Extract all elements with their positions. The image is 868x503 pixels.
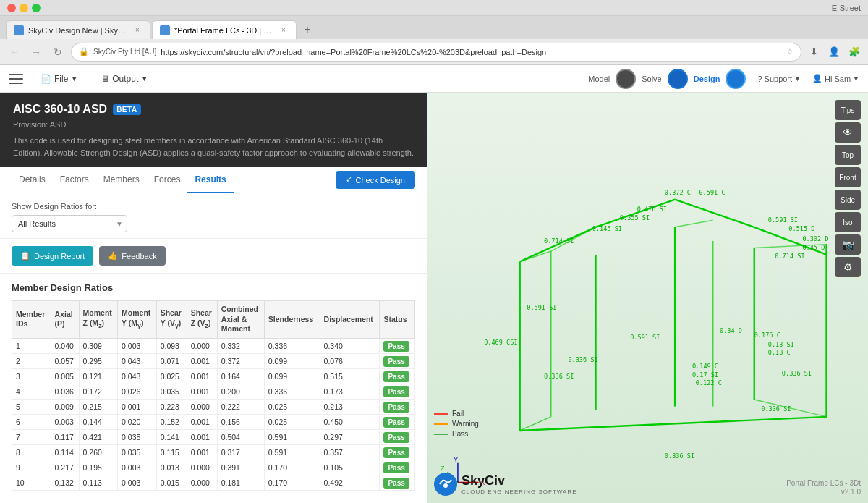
svg-text:0.145 SI: 0.145 SI bbox=[592, 225, 622, 232]
browser-tab-1[interactable]: SkyCiv Design New | SkyCiv C × bbox=[6, 20, 150, 39]
side-view-button[interactable]: Side bbox=[835, 190, 861, 210]
table-row[interactable]: 10 0.132 0.113 0.003 0.015 0.000 0.181 0… bbox=[12, 475, 415, 490]
beta-badge: BETA bbox=[113, 104, 140, 115]
svg-text:0.591 SI: 0.591 SI bbox=[630, 334, 660, 341]
status-badge: Pass bbox=[383, 386, 409, 397]
cell-status: Pass bbox=[380, 444, 415, 460]
support-button[interactable]: ? Support ▼ bbox=[757, 75, 801, 83]
maximize-window-button[interactable] bbox=[32, 4, 41, 12]
cell-member-id: 5 bbox=[12, 399, 51, 414]
user-menu-button[interactable]: 👤 Hi Sam ▼ bbox=[812, 74, 859, 83]
profile-icon[interactable]: 👤 bbox=[826, 44, 842, 60]
tab-close-1[interactable]: × bbox=[132, 25, 142, 35]
cell-shear-z: 0.001 bbox=[187, 444, 217, 460]
output-menu-button[interactable]: 🖥 Output ▼ bbox=[95, 71, 153, 87]
code-title-text: AISC 360-10 ASD bbox=[13, 103, 107, 116]
table-row[interactable]: 2 0.057 0.295 0.043 0.071 0.001 0.372 0.… bbox=[12, 353, 415, 368]
pass-label: Pass bbox=[452, 430, 468, 438]
camera-icon-button[interactable]: 👁 bbox=[835, 122, 861, 143]
table-row[interactable]: 9 0.217 0.195 0.003 0.013 0.000 0.391 0.… bbox=[12, 460, 415, 475]
table-row[interactable]: 1 0.040 0.309 0.003 0.093 0.000 0.332 0.… bbox=[12, 338, 415, 353]
svg-text:0.714 SI: 0.714 SI bbox=[775, 253, 804, 260]
svg-text:0.515 D: 0.515 D bbox=[788, 225, 814, 232]
toolbar-right: Model Solve Design ? Support ▼ 👤 Hi Sam … bbox=[588, 69, 859, 89]
tab-results[interactable]: Results bbox=[187, 167, 233, 193]
cell-axial: 0.057 bbox=[51, 353, 79, 368]
cell-slenderness: 0.336 bbox=[264, 338, 320, 353]
settings-view-button[interactable]: ⚙ bbox=[835, 257, 861, 277]
design-nav-label[interactable]: Design bbox=[694, 75, 720, 83]
model-nav-icon[interactable] bbox=[616, 69, 636, 89]
svg-text:0.34 D: 0.34 D bbox=[720, 327, 742, 334]
viewport-3d[interactable]: 0.469 CSI 0.591 SI 0.714 SI 0.145 SI 0.3… bbox=[427, 93, 868, 503]
minimize-window-button[interactable] bbox=[20, 4, 28, 12]
table-row[interactable]: 7 0.117 0.421 0.035 0.141 0.001 0.504 0.… bbox=[12, 429, 415, 444]
cell-combined: 0.317 bbox=[217, 444, 264, 460]
tab-details[interactable]: Details bbox=[12, 167, 53, 193]
svg-text:0.13 SI: 0.13 SI bbox=[768, 341, 794, 348]
col-slenderness: Slenderness bbox=[264, 301, 320, 339]
model-nav-label[interactable]: Model bbox=[588, 75, 610, 83]
main-content: AISC 360-10 ASD BETA Provision: ASD This… bbox=[0, 93, 868, 503]
cell-combined: 0.332 bbox=[217, 338, 264, 353]
screenshot-button[interactable]: 📷 bbox=[835, 234, 861, 255]
output-label: Output bbox=[112, 74, 138, 84]
file-menu-button[interactable]: 📄 File ▼ bbox=[35, 71, 83, 87]
url-bar[interactable]: 🔒 SkyCiv Pty Ltd [AU] https://skyciv.com… bbox=[71, 43, 801, 62]
cell-axial: 0.003 bbox=[51, 414, 79, 429]
design-report-button[interactable]: 📋 Design Report bbox=[12, 246, 93, 266]
iso-view-button[interactable]: Iso bbox=[835, 212, 861, 232]
cell-member-id: 6 bbox=[12, 414, 51, 429]
cell-moment-y: 0.035 bbox=[118, 444, 157, 460]
cell-member-id: 3 bbox=[12, 368, 51, 384]
cell-combined: 0.181 bbox=[217, 475, 264, 490]
panel-content[interactable]: Details Factors Members Forces Results bbox=[0, 167, 427, 503]
cell-member-id: 8 bbox=[12, 444, 51, 460]
check-design-button[interactable]: ✓ Check Design bbox=[336, 171, 415, 189]
close-window-button[interactable] bbox=[7, 4, 16, 12]
tab-close-2[interactable]: × bbox=[278, 25, 289, 35]
design-nav-icon[interactable] bbox=[726, 69, 746, 89]
svg-text:Z: Z bbox=[441, 465, 444, 472]
forward-button[interactable]: → bbox=[27, 43, 45, 61]
browser-tab-2[interactable]: *Portal Frame LCs - 3D | SkyC × bbox=[152, 20, 297, 39]
traffic-lights bbox=[7, 4, 41, 12]
table-row[interactable]: 5 0.009 0.215 0.001 0.223 0.000 0.222 0.… bbox=[12, 399, 415, 414]
tab-factors[interactable]: Factors bbox=[53, 167, 96, 193]
front-view-button[interactable]: Front bbox=[835, 167, 861, 187]
tab-members[interactable]: Members bbox=[96, 167, 147, 193]
code-description: This code is used for designing steel me… bbox=[13, 135, 414, 158]
back-button[interactable]: ← bbox=[6, 43, 23, 61]
svg-text:0.591 SI: 0.591 SI bbox=[768, 216, 798, 224]
table-row[interactable]: 3 0.005 0.121 0.043 0.025 0.001 0.164 0.… bbox=[12, 368, 415, 384]
solve-nav-icon[interactable] bbox=[668, 69, 688, 89]
feedback-button[interactable]: 👍 Feedback bbox=[99, 246, 165, 266]
table-row[interactable]: 4 0.036 0.172 0.026 0.035 0.001 0.200 0.… bbox=[12, 384, 415, 399]
cell-status: Pass bbox=[380, 368, 415, 384]
toolbar-nav: Model Solve Design bbox=[588, 69, 746, 89]
download-icon[interactable]: ⬇ bbox=[806, 44, 822, 60]
bookmark-icon[interactable]: ☆ bbox=[786, 47, 793, 56]
hamburger-menu[interactable] bbox=[9, 74, 23, 84]
refresh-button[interactable]: ↻ bbox=[49, 43, 67, 61]
table-row[interactable]: 8 0.114 0.260 0.035 0.115 0.001 0.317 0.… bbox=[12, 444, 415, 460]
tab-forces[interactable]: Forces bbox=[147, 167, 188, 193]
new-tab-button[interactable]: + bbox=[298, 20, 317, 39]
cell-member-id: 1 bbox=[12, 338, 51, 353]
cell-displacement: 0.357 bbox=[320, 444, 380, 460]
tips-button[interactable]: Tips bbox=[835, 100, 861, 120]
provision-text: Provision: ASD bbox=[13, 120, 414, 129]
svg-text:0.714 SI: 0.714 SI bbox=[544, 237, 574, 245]
top-view-button[interactable]: Top bbox=[835, 145, 861, 165]
cell-status: Pass bbox=[380, 384, 415, 399]
cell-moment-y: 0.003 bbox=[118, 338, 157, 353]
cell-slenderness: 0.025 bbox=[264, 399, 320, 414]
solve-nav-label[interactable]: Solve bbox=[642, 75, 662, 83]
svg-text:0.302 D: 0.302 D bbox=[802, 235, 828, 242]
cell-shear-z: 0.000 bbox=[187, 460, 217, 475]
extensions-icon[interactable]: 🧩 bbox=[846, 44, 862, 60]
table-row[interactable]: 6 0.003 0.144 0.020 0.152 0.001 0.156 0.… bbox=[12, 414, 415, 429]
filter-select[interactable]: All Results Pass Only Fail Only Warning … bbox=[12, 215, 127, 232]
svg-text:0.45 D: 0.45 D bbox=[802, 244, 825, 251]
url-text: https://skyciv.com/structural/vn/?preloa… bbox=[161, 48, 782, 56]
